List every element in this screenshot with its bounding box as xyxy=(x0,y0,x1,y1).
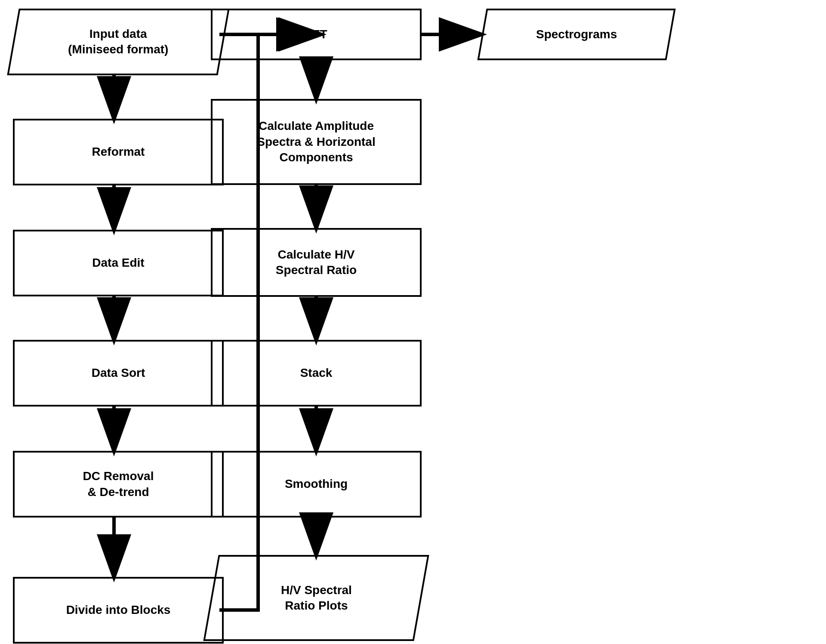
data-edit-label: Data Edit xyxy=(92,255,144,271)
fft-box: FFT xyxy=(211,9,422,60)
data-sort-box: Data Sort xyxy=(13,340,224,407)
stack-box: Stack xyxy=(211,340,422,407)
flowchart-diagram: Input data(Miniseed format) Reformat Dat… xyxy=(0,0,826,644)
input-data-box: Input data(Miniseed format) xyxy=(7,9,229,75)
calc-hv-label: Calculate H/VSpectral Ratio xyxy=(276,247,357,278)
hv-spectral-box: H/V SpectralRatio Plots xyxy=(203,555,429,641)
smoothing-box: Smoothing xyxy=(211,451,422,518)
dc-removal-label: DC Removal& De-trend xyxy=(83,468,154,500)
calc-hv-box: Calculate H/VSpectral Ratio xyxy=(211,228,422,297)
calc-amplitude-label: Calculate AmplitudeSpectra & HorizontalC… xyxy=(257,118,375,165)
data-sort-label: Data Sort xyxy=(92,365,145,381)
divide-blocks-box: Divide into Blocks xyxy=(13,577,224,644)
reformat-label: Reformat xyxy=(92,144,145,160)
input-data-label: Input data(Miniseed format) xyxy=(68,27,168,56)
arrows-svg xyxy=(0,0,826,644)
dc-removal-box: DC Removal& De-trend xyxy=(13,451,224,518)
reformat-box: Reformat xyxy=(13,119,224,185)
hv-spectral-label: H/V SpectralRatio Plots xyxy=(281,583,352,612)
stack-label: Stack xyxy=(300,365,333,381)
fft-label: FFT xyxy=(305,27,327,42)
calc-amplitude-box: Calculate AmplitudeSpectra & HorizontalC… xyxy=(211,99,422,185)
spectrograms-box: Spectrograms xyxy=(477,9,675,60)
data-edit-box: Data Edit xyxy=(13,230,224,296)
smoothing-label: Smoothing xyxy=(285,476,348,492)
spectrograms-label: Spectrograms xyxy=(536,28,617,41)
divide-blocks-label: Divide into Blocks xyxy=(66,602,171,618)
